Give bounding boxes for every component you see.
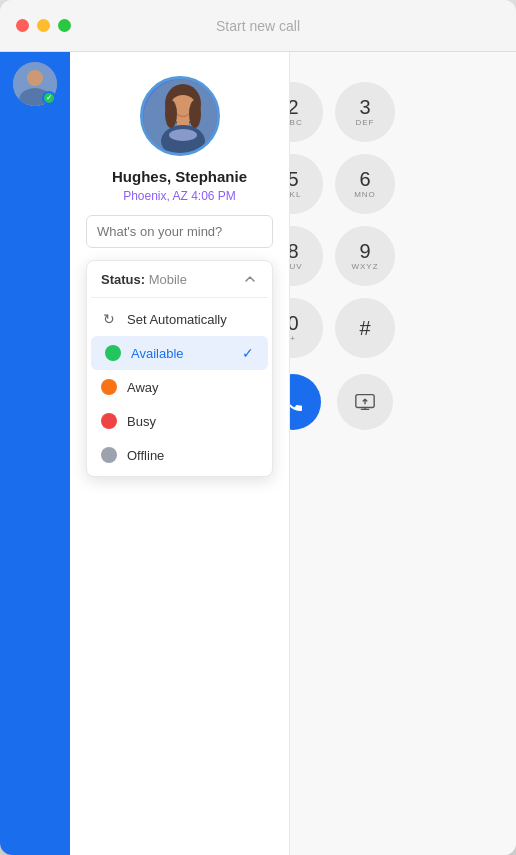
maximize-button[interactable] [58,19,71,32]
svg-point-1 [27,70,43,86]
busy-dot [101,413,117,429]
set-automatically-label: Set Automatically [127,312,258,327]
close-button[interactable] [16,19,29,32]
status-dropdown: Status: Mobile ↻ Set Automatically [86,260,273,477]
dial-key-hash[interactable]: # [335,298,395,358]
svg-point-11 [165,100,177,128]
status-options: ↻ Set Automatically Available ✓ Away [87,298,272,476]
online-status-badge [42,91,56,105]
status-option-away[interactable]: Away [87,370,272,404]
check-icon: ✓ [242,345,254,361]
main-content: 1 2 ABC 3 DEF 4 [0,52,516,855]
dial-key-6[interactable]: 6 MNO [335,154,395,214]
profile-panel: Hughes, Stephanie Phoenix, AZ 4:06 PM St… [70,52,290,855]
status-current-value: Mobile [149,272,187,287]
title-bar: Start new call [0,0,516,52]
status-option-available[interactable]: Available ✓ [91,336,268,370]
screen-share-button[interactable] [337,374,393,430]
svg-point-10 [169,129,197,141]
svg-point-12 [189,100,201,128]
chevron-up-icon [242,271,258,287]
away-dot [101,379,117,395]
status-option-auto[interactable]: ↻ Set Automatically [87,302,272,336]
profile-avatar [140,76,220,156]
dial-key-3[interactable]: 3 DEF [335,82,395,142]
away-label: Away [127,380,258,395]
app-window: Start new call [0,0,516,855]
user-avatar-container[interactable] [13,62,57,106]
profile-location: Phoenix, AZ 4:06 PM [123,189,236,203]
screen-share-icon [354,391,376,413]
status-header-label: Status: Mobile [101,272,187,287]
status-option-offline[interactable]: Offline [87,438,272,472]
status-header[interactable]: Status: Mobile [87,261,272,297]
profile-name: Hughes, Stephanie [112,168,247,185]
whats-on-mind-input[interactable] [86,215,273,248]
window-title: Start new call [216,18,300,34]
sidebar [0,52,70,855]
sync-icon: ↻ [101,311,117,327]
available-dot [105,345,121,361]
dial-key-9[interactable]: 9 WXYZ [335,226,395,286]
offline-label: Offline [127,448,258,463]
minimize-button[interactable] [37,19,50,32]
busy-label: Busy [127,414,258,429]
offline-dot [101,447,117,463]
traffic-lights [16,19,71,32]
status-option-busy[interactable]: Busy [87,404,272,438]
available-label: Available [131,346,232,361]
